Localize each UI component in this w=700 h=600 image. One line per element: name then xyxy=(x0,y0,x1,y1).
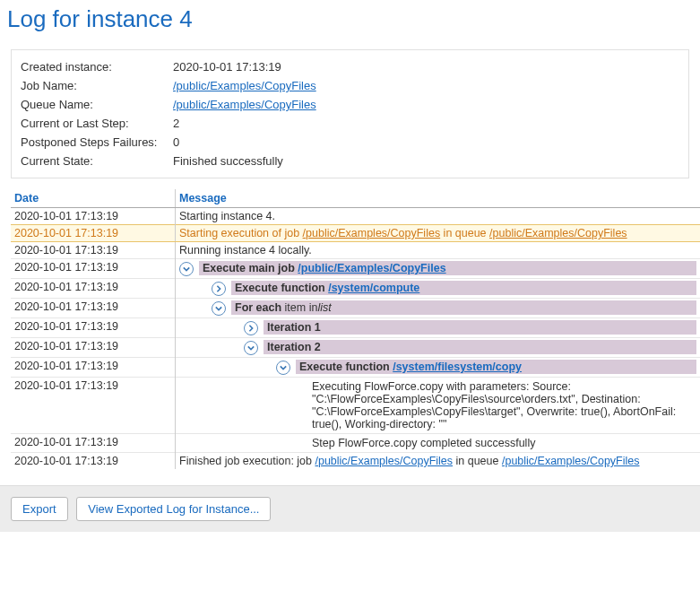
log-message: Iteration 2 xyxy=(267,341,321,353)
expand-icon[interactable] xyxy=(244,321,258,335)
log-date: 2020-10-01 17:13:19 xyxy=(11,242,176,259)
log-message: in queue xyxy=(440,227,489,239)
log-date: 2020-10-01 17:13:19 xyxy=(11,338,176,358)
job-link[interactable]: /public/Examples/CopyFiles xyxy=(298,262,445,274)
meta-step-label: Current or Last Step: xyxy=(21,117,173,130)
log-message: Executing FlowForce.copy with parameters… xyxy=(308,379,696,431)
log-row: 2020-10-01 17:13:19 Finished job executi… xyxy=(11,453,700,470)
log-row: 2020-10-01 17:13:19 Execute function /sy… xyxy=(11,279,700,299)
log-message: Starting instance 4. xyxy=(179,210,275,222)
meta-postponed-label: Postponed Steps Failures: xyxy=(21,135,173,149)
header-date[interactable]: Date xyxy=(11,189,176,208)
log-message: For each xyxy=(235,301,285,314)
footer-bar: Export View Exported Log for Instance... xyxy=(0,485,700,532)
function-link[interactable]: /system/filesystem/copy xyxy=(393,361,522,373)
log-message: item in xyxy=(285,301,318,314)
export-button[interactable]: Export xyxy=(11,497,68,521)
log-date: 2020-10-01 17:13:19 xyxy=(11,434,176,453)
collapse-icon[interactable] xyxy=(212,301,226,316)
function-link[interactable]: /system/compute xyxy=(328,282,419,294)
job-link[interactable]: /public/Examples/CopyFiles xyxy=(303,227,441,239)
log-message: Finished job execution: job xyxy=(179,455,315,467)
log-row-highlight: 2020-10-01 17:13:19 Starting execution o… xyxy=(11,225,700,242)
log-message: Step FlowForce.copy completed successful… xyxy=(308,436,696,450)
page-title: Log for instance 4 xyxy=(7,5,700,33)
log-date: 2020-10-01 17:13:19 xyxy=(11,225,176,242)
expand-icon[interactable] xyxy=(212,282,226,296)
log-row: 2020-10-01 17:13:19 Starting instance 4. xyxy=(11,208,700,225)
log-date: 2020-10-01 17:13:19 xyxy=(11,299,176,318)
log-date: 2020-10-01 17:13:19 xyxy=(11,378,176,434)
log-row: 2020-10-01 17:13:19 Running instance 4 l… xyxy=(11,242,700,259)
log-message: Execute main job xyxy=(203,262,298,274)
queue-link[interactable]: /public/Examples/CopyFiles xyxy=(489,227,627,239)
meta-created-value: 2020-10-01 17:13:19 xyxy=(173,60,679,74)
log-table: Date Message 2020-10-01 17:13:19 Startin… xyxy=(11,189,700,469)
log-row: 2020-10-01 17:13:19 Executing FlowForce.… xyxy=(11,378,700,434)
collapse-icon[interactable] xyxy=(244,341,258,355)
log-date: 2020-10-01 17:13:19 xyxy=(11,279,176,299)
header-message[interactable]: Message xyxy=(176,189,701,208)
log-message: Execute function xyxy=(299,361,393,373)
meta-created-label: Created instance: xyxy=(21,60,173,74)
log-message: Starting execution of job xyxy=(179,227,303,239)
job-name-link[interactable]: /public/Examples/CopyFiles xyxy=(173,79,316,92)
log-message: Execute function xyxy=(235,282,328,294)
collapse-icon[interactable] xyxy=(276,361,290,375)
log-date: 2020-10-01 17:13:19 xyxy=(11,259,176,279)
meta-queue-label: Queue Name: xyxy=(21,98,173,111)
queue-link[interactable]: /public/Examples/CopyFiles xyxy=(502,455,640,467)
log-date: 2020-10-01 17:13:19 xyxy=(11,318,176,338)
log-date: 2020-10-01 17:13:19 xyxy=(11,208,176,225)
log-message: list xyxy=(317,301,331,314)
meta-step-value: 2 xyxy=(173,117,679,130)
instance-meta: Created instance:2020-10-01 17:13:19 Job… xyxy=(11,49,689,178)
log-row: 2020-10-01 17:13:19 For each item inlist xyxy=(11,299,700,318)
log-row: 2020-10-01 17:13:19 Iteration 1 xyxy=(11,318,700,338)
meta-job-label: Job Name: xyxy=(21,79,173,92)
log-date: 2020-10-01 17:13:19 xyxy=(11,453,176,470)
log-message: Iteration 1 xyxy=(267,321,321,334)
view-exported-log-button[interactable]: View Exported Log for Instance... xyxy=(76,497,271,521)
meta-state-label: Current State: xyxy=(21,154,173,168)
log-message: Running instance 4 locally. xyxy=(179,244,312,257)
log-date: 2020-10-01 17:13:19 xyxy=(11,358,176,378)
meta-state-value: Finished successfully xyxy=(173,154,679,168)
collapse-icon[interactable] xyxy=(179,262,194,276)
log-row: 2020-10-01 17:13:19 Iteration 2 xyxy=(11,338,700,358)
job-link[interactable]: /public/Examples/CopyFiles xyxy=(315,455,453,467)
log-row: 2020-10-01 17:13:19 Step FlowForce.copy … xyxy=(11,434,700,453)
meta-postponed-value: 0 xyxy=(173,135,679,149)
log-row: 2020-10-01 17:13:19 Execute main job /pu… xyxy=(11,259,700,279)
log-row: 2020-10-01 17:13:19 Execute function /sy… xyxy=(11,358,700,378)
queue-name-link[interactable]: /public/Examples/CopyFiles xyxy=(173,98,316,111)
log-message: in queue xyxy=(453,455,502,467)
